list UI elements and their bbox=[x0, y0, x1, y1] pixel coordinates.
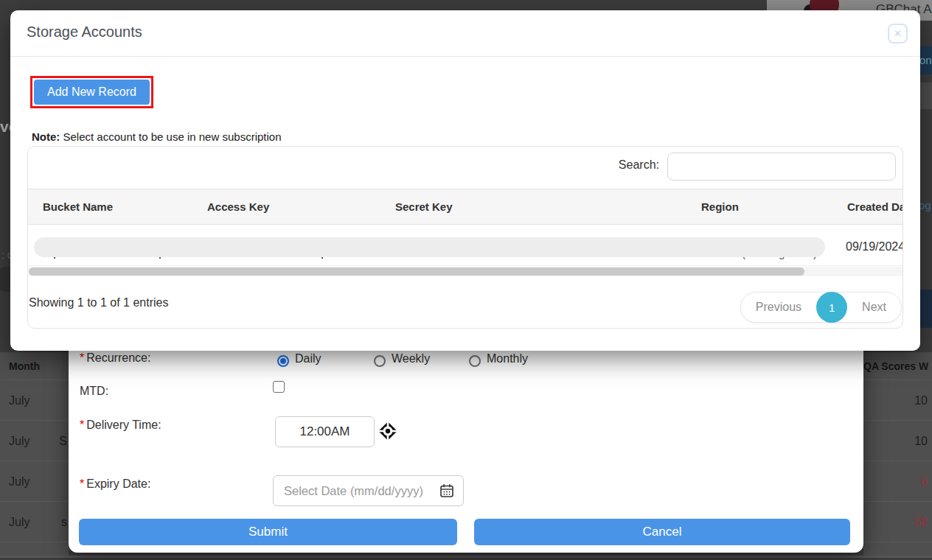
cancel-button[interactable]: Cancel bbox=[474, 519, 850, 545]
mtd-label: MTD: bbox=[80, 385, 108, 398]
modal-title: Storage Accounts bbox=[27, 24, 142, 41]
previous-page-button[interactable]: Previous bbox=[741, 301, 816, 314]
table-row: Julys bbox=[0, 502, 69, 542]
radio-monthly[interactable] bbox=[469, 355, 481, 367]
horizontal-scrollbar[interactable] bbox=[29, 267, 903, 276]
delivery-time-input[interactable] bbox=[275, 416, 375, 447]
delivery-time-label-text: Delivery Time: bbox=[86, 419, 161, 431]
table-row: July bbox=[0, 461, 69, 502]
table-row: July bbox=[0, 380, 69, 421]
month-cell: July bbox=[9, 435, 29, 447]
recurrence-label: *Recurrence: bbox=[80, 351, 150, 365]
time-picker-icon[interactable] bbox=[378, 421, 398, 441]
qa-score-cell: 58 bbox=[863, 502, 932, 542]
month-cell: July bbox=[9, 516, 29, 528]
note-body: Select account to be use in new subscrip… bbox=[60, 130, 281, 143]
radio-weekly-label[interactable]: Weekly bbox=[392, 352, 430, 365]
current-page-button[interactable]: 1 bbox=[816, 292, 847, 323]
background-divider bbox=[0, 556, 932, 558]
note-text: Note: Select account to be use in new su… bbox=[32, 130, 282, 143]
table-row: JulyS bbox=[0, 421, 69, 461]
required-asterisk: * bbox=[80, 419, 84, 431]
background-link-fragment: og bbox=[919, 199, 932, 211]
column-header-secret-key[interactable]: Secret Key bbox=[395, 200, 453, 213]
add-new-record-button[interactable]: Add New Record bbox=[34, 80, 150, 105]
month-column-header: Month bbox=[0, 352, 69, 380]
entries-summary: Showing 1 to 1 of 1 entries bbox=[29, 296, 168, 309]
month-cell: July bbox=[9, 475, 29, 488]
radio-monthly-label[interactable]: Monthly bbox=[487, 352, 528, 365]
expiry-date-label-text: Expiry Date: bbox=[86, 477, 150, 490]
qa-score-cell: 10 bbox=[863, 421, 932, 461]
table-header-row: Bucket Name Access Key Secret Key Region… bbox=[28, 189, 903, 225]
mtd-checkbox[interactable] bbox=[273, 381, 285, 393]
required-asterisk: * bbox=[80, 477, 84, 490]
storage-accounts-modal: Storage Accounts ✕ Add New Record Note: … bbox=[10, 10, 920, 351]
search-input[interactable] bbox=[667, 153, 896, 181]
close-icon[interactable]: ✕ bbox=[888, 24, 908, 43]
expiry-date-input[interactable] bbox=[284, 484, 439, 498]
delivery-time-label: *Delivery Time: bbox=[80, 419, 161, 432]
highlight-outline: Add New Record bbox=[30, 76, 153, 108]
next-page-button[interactable]: Next bbox=[847, 301, 901, 314]
radio-daily[interactable] bbox=[277, 355, 289, 367]
radio-weekly[interactable] bbox=[374, 355, 386, 367]
radio-daily-label[interactable]: Daily bbox=[295, 352, 321, 365]
month-cell: July bbox=[9, 394, 29, 407]
redaction-pill bbox=[34, 237, 825, 257]
storage-accounts-table-panel: Search: Bucket Name Access Key Secret Ke… bbox=[27, 146, 903, 329]
submit-button[interactable]: Submit bbox=[79, 519, 457, 545]
background-month-table: Month July JulyS July Julys bbox=[0, 352, 69, 556]
recurrence-label-text: Recurrence: bbox=[86, 351, 150, 364]
table-row[interactable]: ( g ) 09/19/2024 bbox=[28, 225, 903, 266]
column-header-created-date[interactable]: Created Date bbox=[847, 200, 903, 213]
pagination: Previous 1 Next bbox=[740, 292, 902, 323]
expiry-date-field[interactable] bbox=[273, 475, 464, 506]
calendar-icon[interactable] bbox=[439, 483, 454, 498]
note-label: Note: bbox=[32, 130, 60, 143]
search-label: Search: bbox=[619, 158, 659, 172]
qa-scores-column-header: QA Scores W bbox=[863, 352, 932, 380]
qa-score-cell: 10 bbox=[863, 380, 932, 421]
header-divider bbox=[10, 56, 920, 57]
required-asterisk: * bbox=[80, 351, 84, 364]
qa-score-cell: 6 bbox=[863, 461, 932, 502]
created-date-cell: 09/19/2024 bbox=[846, 240, 903, 253]
scrollbar-thumb[interactable] bbox=[29, 267, 804, 276]
column-header-bucket-name[interactable]: Bucket Name bbox=[43, 200, 113, 213]
cell-fragment: S bbox=[59, 421, 67, 461]
expiry-date-label: *Expiry Date: bbox=[80, 477, 150, 491]
column-header-region[interactable]: Region bbox=[701, 200, 739, 213]
background-qa-table: QA Scores W 10 10 6 58 bbox=[863, 352, 932, 556]
cell-fragment: s bbox=[61, 502, 67, 542]
background-band bbox=[920, 83, 932, 109]
column-header-access-key[interactable]: Access Key bbox=[207, 200, 269, 213]
